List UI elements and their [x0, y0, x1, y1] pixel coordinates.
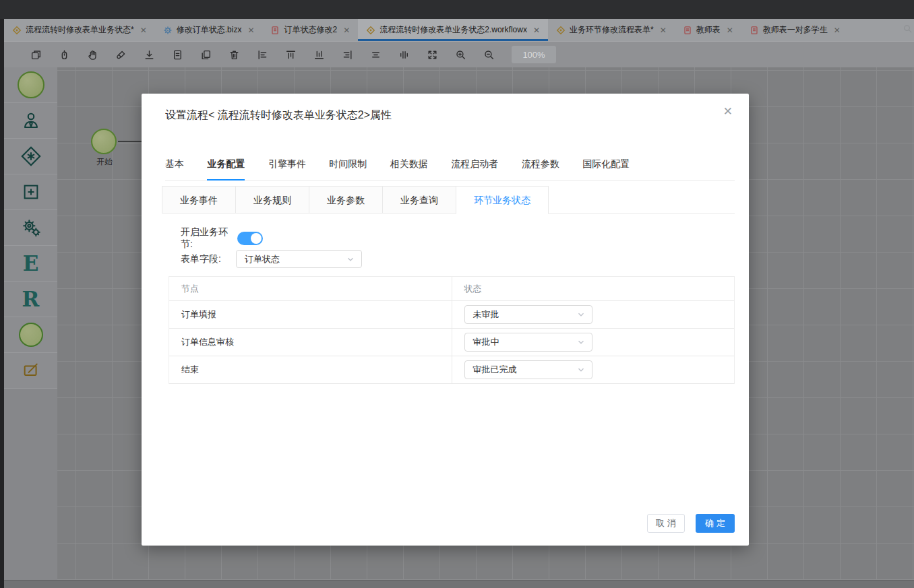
palette-subprocess[interactable] — [4, 174, 57, 210]
select-value: 未审批 — [473, 308, 577, 321]
node-name: 结束 — [169, 356, 452, 383]
doc-tab-6[interactable]: 教师表一对多学生 ✕ — [741, 19, 849, 41]
doc-tab-label: 流程流转时修改表单业务状态2.workflowx — [379, 24, 527, 36]
zoom-out-icon[interactable] — [483, 49, 495, 61]
doc-tab-1[interactable]: 修改订单状态.bizx ✕ — [155, 19, 263, 41]
select-value: 订单状态 — [245, 253, 346, 265]
align-right-icon[interactable] — [342, 49, 353, 61]
chevron-down-icon — [577, 311, 585, 319]
gears-icon — [20, 217, 42, 238]
table-row: 订单填报 未审批 — [169, 301, 734, 329]
editor-toolbar: 100% — [4, 41, 914, 67]
node-palette: E R — [4, 67, 57, 588]
distribute-vertical-icon[interactable] — [398, 49, 410, 61]
business-config-subtabs: 业务事件 业务规则 业务参数 业务查询 环节业务状态 — [162, 186, 735, 214]
download-icon[interactable] — [144, 49, 155, 61]
align-top-icon[interactable] — [285, 49, 297, 61]
doc-tab-2[interactable]: 订单状态修改2 ✕ — [262, 19, 358, 41]
subtab-node-business-status[interactable]: 环节业务状态 — [456, 186, 549, 214]
palette-edit-note[interactable] — [4, 353, 57, 389]
file-copy-icon[interactable] — [200, 49, 212, 61]
close-icon[interactable]: ✕ — [140, 26, 147, 35]
align-center-icon[interactable] — [370, 49, 382, 61]
status-select-2[interactable]: 审批已完成 — [464, 360, 592, 379]
palette-entity-e[interactable]: E — [4, 246, 57, 282]
search-icon[interactable] — [903, 24, 913, 36]
dialog-title: 设置流程< 流程流转时修改表单业务状态2>属性 — [165, 108, 392, 123]
tab-related-data[interactable]: 相关数据 — [390, 158, 428, 179]
doc-tab-3-active[interactable]: 流程流转时修改表单业务状态2.workflowx ✕ — [358, 19, 548, 41]
zoom-in-icon[interactable] — [455, 49, 466, 61]
align-left-icon[interactable] — [257, 49, 268, 61]
tab-time-limit[interactable]: 时间限制 — [329, 158, 367, 179]
gateway-icon — [20, 145, 42, 167]
tab-business-config[interactable]: 业务配置 — [207, 158, 245, 181]
align-bottom-icon[interactable] — [313, 49, 325, 61]
tab-process-params[interactable]: 流程参数 — [522, 158, 559, 179]
subtab-business-query[interactable]: 业务查询 — [382, 186, 456, 214]
status-select-0[interactable]: 未审批 — [464, 305, 592, 324]
header-status: 状态 — [452, 277, 735, 300]
palette-start-node[interactable] — [4, 67, 57, 103]
chevron-down-icon — [346, 255, 355, 263]
doc-tab-0[interactable]: 流程流转时修改表单业务状态* ✕ — [4, 19, 155, 41]
process-properties-dialog: 设置流程< 流程流转时修改表单业务状态2>属性 ✕ 基本 业务配置 引擎事件 时… — [142, 94, 749, 546]
header-node: 节点 — [169, 277, 452, 300]
mouse-select-icon[interactable] — [59, 49, 70, 61]
palette-end-node[interactable] — [4, 317, 57, 353]
subtab-business-events[interactable]: 业务事件 — [162, 186, 235, 214]
tab-engine-events[interactable]: 引擎事件 — [268, 158, 306, 179]
tab-i18n-config[interactable]: 国际化配置 — [582, 158, 630, 179]
zoom-level[interactable]: 100% — [512, 46, 556, 63]
window-title-strip — [0, 0, 914, 19]
canvas-start-node[interactable] — [91, 129, 117, 154]
close-icon[interactable]: ✕ — [727, 26, 733, 35]
confirm-button[interactable]: 确定 — [696, 514, 735, 533]
node-name: 订单信息审核 — [169, 329, 452, 356]
table-header: 节点 状态 — [169, 277, 734, 301]
status-select-1[interactable]: 审批中 — [464, 333, 592, 352]
close-icon[interactable]: ✕ — [247, 26, 254, 35]
enable-business-node-toggle[interactable] — [237, 232, 263, 245]
palette-user-task[interactable] — [4, 103, 57, 139]
doc-tab-5[interactable]: 教师表 ✕ — [675, 19, 741, 41]
horizontal-scrollbar[interactable] — [4, 580, 914, 588]
fit-screen-icon[interactable] — [427, 49, 438, 61]
form-field-row: 表单字段: 订单状态 — [181, 250, 362, 268]
start-node-icon — [18, 71, 44, 98]
dialog-close-icon[interactable]: ✕ — [723, 106, 733, 117]
form-field-select[interactable]: 订单状态 — [236, 250, 362, 268]
tab-process-initiator[interactable]: 流程启动者 — [451, 158, 498, 179]
close-icon[interactable]: ✕ — [533, 26, 540, 35]
tab-basic[interactable]: 基本 — [165, 158, 184, 179]
doc-tab-label: 教师表一对多学生 — [763, 24, 828, 36]
subtab-business-params[interactable]: 业务参数 — [309, 186, 382, 214]
select-value: 审批已完成 — [473, 364, 577, 376]
copy-icon[interactable] — [30, 49, 42, 61]
palette-gateway[interactable] — [4, 139, 57, 174]
select-value: 审批中 — [473, 336, 577, 348]
file-icon[interactable] — [172, 49, 183, 61]
close-icon[interactable]: ✕ — [343, 26, 350, 35]
edit-icon — [22, 361, 40, 380]
hand-pan-icon[interactable] — [87, 49, 98, 61]
workflow-icon — [12, 26, 22, 35]
close-icon[interactable]: ✕ — [660, 26, 667, 35]
form-icon — [750, 26, 759, 35]
format-brush-icon[interactable] — [115, 49, 127, 61]
letter-e-icon: E — [23, 253, 39, 274]
delete-icon[interactable] — [228, 49, 240, 61]
enable-business-node-row: 开启业务环节: — [181, 226, 263, 251]
doc-tab-4[interactable]: 业务环节修改流程表单* ✕ — [548, 19, 675, 41]
workflow-icon — [366, 26, 375, 35]
connector-line — [118, 141, 145, 142]
doc-tab-label: 流程流转时修改表单业务状态* — [26, 24, 134, 36]
palette-entity-r[interactable]: R — [4, 282, 57, 317]
gear-icon — [163, 26, 173, 35]
palette-auto-task[interactable] — [4, 210, 57, 246]
form-icon — [683, 26, 692, 35]
chevron-down-icon — [577, 366, 585, 374]
close-icon[interactable]: ✕ — [834, 26, 841, 35]
cancel-button[interactable]: 取消 — [647, 514, 685, 533]
subtab-business-rules[interactable]: 业务规则 — [235, 186, 309, 214]
